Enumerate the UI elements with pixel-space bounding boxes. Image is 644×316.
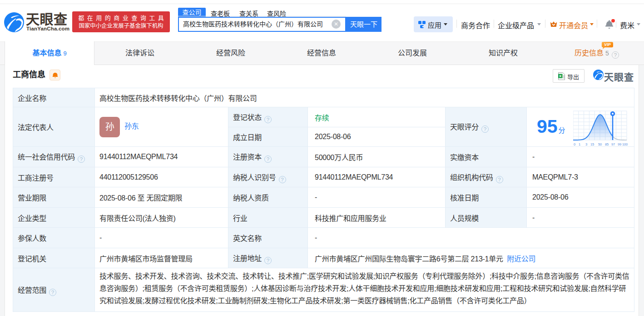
svg-text:85: 85	[605, 142, 609, 146]
svg-text:100: 100	[622, 142, 628, 146]
svg-text:VIP: VIP	[604, 42, 610, 47]
svg-text:X: X	[559, 74, 562, 78]
svg-text:3: 3	[585, 142, 587, 146]
svg-text:50: 50	[598, 142, 602, 146]
svg-text:1: 1	[579, 142, 580, 146]
svg-text:15: 15	[590, 142, 594, 146]
svg-text:0: 0	[574, 142, 575, 146]
svg-text:99: 99	[618, 142, 621, 146]
svg-text:97: 97	[611, 142, 615, 146]
